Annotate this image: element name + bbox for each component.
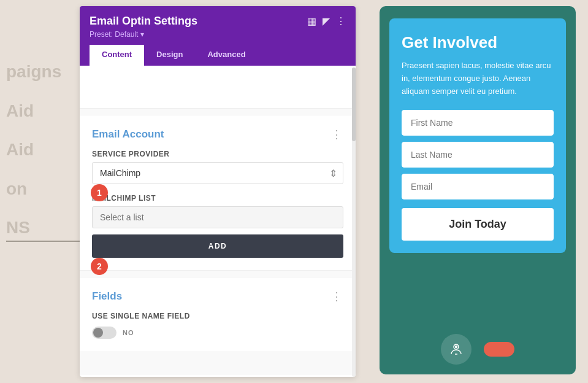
email-account-header: Email Account ⋮ bbox=[92, 128, 343, 141]
preview-icon-circle bbox=[441, 334, 472, 365]
top-white-area bbox=[80, 66, 356, 109]
scrollbar-thumb[interactable] bbox=[352, 68, 356, 141]
more-icon[interactable]: ⋮ bbox=[336, 15, 346, 27]
panel-preset[interactable]: Preset: Default ▾ bbox=[90, 30, 346, 39]
background-sidebar: paigns Aid Aid on NS bbox=[0, 0, 80, 383]
tab-advanced[interactable]: Advanced bbox=[195, 45, 258, 66]
join-today-button[interactable]: Join Today bbox=[402, 208, 554, 241]
mailchimp-list-label: MailChimp List bbox=[92, 194, 343, 203]
preview-card-desc: Praesent sapien lacus, molestie vitae ar… bbox=[402, 60, 554, 98]
preview-bottom bbox=[380, 324, 576, 374]
panel-title: Email Optin Settings bbox=[90, 15, 197, 28]
panel-header-icons: ▦ ◤ ⋮ bbox=[307, 15, 346, 27]
toggle-label: NO bbox=[123, 329, 134, 336]
bg-text-aid1: Aid bbox=[6, 101, 80, 122]
toggle-knob bbox=[93, 328, 103, 338]
toggle-row: NO bbox=[92, 327, 343, 339]
bg-text-campaigns: paigns bbox=[6, 61, 80, 82]
panel-title-row: Email Optin Settings ▦ ◤ ⋮ bbox=[90, 15, 346, 28]
service-provider-label: Service Provider bbox=[92, 150, 343, 158]
fields-dots[interactable]: ⋮ bbox=[331, 290, 343, 303]
tab-design[interactable]: Design bbox=[144, 45, 195, 66]
single-name-label: Use Single Name Field bbox=[92, 312, 343, 320]
preview-email[interactable] bbox=[402, 174, 554, 199]
fields-section: Fields ⋮ Use Single Name Field NO bbox=[80, 277, 356, 351]
fields-title: Fields bbox=[92, 290, 122, 303]
email-account-dots[interactable]: ⋮ bbox=[331, 128, 343, 141]
settings-panel: Email Optin Settings ▦ ◤ ⋮ Preset: Defau… bbox=[80, 6, 356, 377]
single-name-toggle[interactable] bbox=[92, 327, 116, 339]
bg-text-on: on bbox=[6, 179, 80, 199]
bg-text-aid2: Aid bbox=[6, 139, 80, 160]
preview-pill bbox=[484, 342, 514, 357]
service-provider-select[interactable]: MailChimp AWeber ConvertKit ActiveCampai… bbox=[92, 162, 343, 184]
panel-header: Email Optin Settings ▦ ◤ ⋮ Preset: Defau… bbox=[80, 6, 356, 66]
preview-card-title: Get Involved bbox=[402, 33, 554, 52]
fields-header: Fields ⋮ bbox=[92, 290, 343, 303]
svg-point-1 bbox=[456, 346, 457, 348]
email-account-title: Email Account bbox=[92, 128, 164, 141]
mailchimp-list-input[interactable] bbox=[92, 206, 343, 228]
email-account-section: Email Account ⋮ Service Provider MailChi… bbox=[80, 115, 356, 271]
focus-icon[interactable]: ▦ bbox=[307, 15, 316, 27]
preview-last-name[interactable] bbox=[402, 142, 554, 168]
add-button[interactable]: ADD bbox=[92, 234, 343, 258]
columns-icon[interactable]: ◤ bbox=[323, 15, 330, 27]
preview-panel: Get Involved Praesent sapien lacus, mole… bbox=[380, 6, 576, 374]
step-1-badge: 1 bbox=[91, 184, 108, 201]
service-provider-wrapper: MailChimp AWeber ConvertKit ActiveCampai… bbox=[92, 162, 343, 184]
panel-body: Email Account ⋮ Service Provider MailChi… bbox=[80, 66, 356, 375]
step-2-badge: 2 bbox=[91, 258, 108, 275]
preview-card: Get Involved Praesent sapien lacus, mole… bbox=[389, 18, 566, 253]
scrollbar-track bbox=[352, 68, 356, 377]
bg-text-ns: NS bbox=[6, 217, 80, 242]
panel-tabs: Content Design Advanced bbox=[90, 45, 346, 66]
preview-first-name[interactable] bbox=[402, 110, 554, 136]
tab-content[interactable]: Content bbox=[90, 45, 144, 66]
